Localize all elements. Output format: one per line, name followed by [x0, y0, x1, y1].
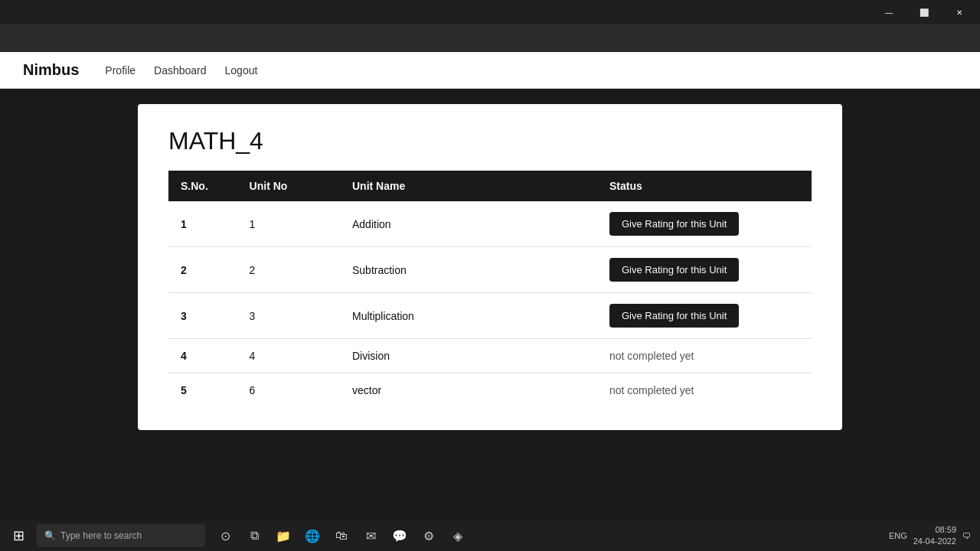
- table-row: 22SubtractionGive Rating for this Unit: [168, 247, 812, 293]
- taskbar-taskview[interactable]: ⧉: [242, 522, 266, 549]
- nav-dashboard[interactable]: Dashboard: [154, 64, 207, 77]
- cell-sno: 3: [168, 293, 237, 339]
- taskbar-time: 08:59: [935, 524, 956, 536]
- cell-unit-name: Subtraction: [340, 247, 597, 293]
- cell-status: Give Rating for this Unit: [597, 293, 812, 339]
- units-table: S.No. Unit No Unit Name Status 11Additio…: [168, 171, 812, 407]
- status-not-completed: not completed yet: [609, 350, 694, 362]
- start-button[interactable]: ⊞: [3, 522, 34, 549]
- cell-status: not completed yet: [597, 373, 812, 408]
- page-title: MATH_4: [168, 127, 812, 155]
- taskbar-files[interactable]: 📁: [271, 522, 296, 549]
- brand-logo: Nimbus: [23, 61, 79, 79]
- taskbar-settings[interactable]: ⚙: [416, 522, 441, 549]
- navbar: Nimbus Profile Dashboard Logout: [0, 52, 980, 89]
- table-header: S.No. Unit No Unit Name Status: [168, 171, 812, 201]
- cell-unit-name: vector: [340, 373, 597, 408]
- taskbar: ⊞ 🔍 Type here to search ⊙ ⧉ 📁 🌐 🛍 ✉ 💬 ⚙ …: [0, 520, 980, 551]
- content-wrapper: MATH_4 S.No. Unit No Unit Name Status 11…: [0, 89, 980, 520]
- maximize-button[interactable]: ⬜: [906, 0, 942, 24]
- table-row: 11AdditionGive Rating for this Unit: [168, 201, 812, 247]
- taskbar-right: ENG 08:59 24-04-2022 🗨: [889, 524, 977, 548]
- give-rating-button[interactable]: Give Rating for this Unit: [609, 258, 739, 282]
- search-placeholder: Type here to search: [60, 530, 142, 541]
- taskbar-cortana[interactable]: ⊙: [213, 522, 237, 549]
- cell-unit-no: 3: [237, 293, 340, 339]
- taskbar-search[interactable]: 🔍 Type here to search: [37, 524, 205, 547]
- taskbar-language: ENG: [889, 531, 907, 540]
- nav-logout[interactable]: Logout: [225, 64, 258, 77]
- table-row: 33MultiplicationGive Rating for this Uni…: [168, 293, 812, 339]
- th-unit-no: Unit No: [237, 171, 340, 201]
- give-rating-button[interactable]: Give Rating for this Unit: [609, 304, 739, 328]
- header-row: S.No. Unit No Unit Name Status: [168, 171, 812, 201]
- cell-sno: 4: [168, 339, 237, 373]
- close-button[interactable]: ✕: [942, 0, 977, 24]
- taskbar-edge[interactable]: 🌐: [300, 522, 325, 549]
- th-sno: S.No.: [168, 171, 237, 201]
- cell-unit-name: Addition: [340, 201, 597, 247]
- th-unit-name: Unit Name: [340, 171, 597, 201]
- cell-unit-name: Multiplication: [340, 293, 597, 339]
- taskbar-date: 24-04-2022: [913, 536, 956, 547]
- cell-unit-no: 2: [237, 247, 340, 293]
- th-status: Status: [597, 171, 812, 201]
- cell-status: Give Rating for this Unit: [597, 201, 812, 247]
- cell-status: not completed yet: [597, 339, 812, 373]
- browser-chrome: [0, 24, 980, 52]
- cell-sno: 1: [168, 201, 237, 247]
- table-row: 44Divisionnot completed yet: [168, 339, 812, 373]
- cell-unit-no: 1: [237, 201, 340, 247]
- cell-unit-name: Division: [340, 339, 597, 373]
- taskbar-clock: 08:59 24-04-2022: [913, 524, 956, 548]
- app-area: Nimbus Profile Dashboard Logout MATH_4 S…: [0, 52, 980, 520]
- cell-sno: 5: [168, 373, 237, 408]
- taskbar-store[interactable]: 🛍: [329, 522, 354, 549]
- status-not-completed: not completed yet: [609, 384, 694, 396]
- notification-icon[interactable]: 🗨: [962, 531, 971, 540]
- minimize-button[interactable]: —: [871, 0, 906, 24]
- give-rating-button[interactable]: Give Rating for this Unit: [609, 212, 739, 236]
- taskbar-vscode[interactable]: ◈: [446, 522, 470, 549]
- main-card: MATH_4 S.No. Unit No Unit Name Status 11…: [138, 104, 842, 430]
- taskbar-teams[interactable]: 💬: [387, 522, 412, 549]
- table-body: 11AdditionGive Rating for this Unit22Sub…: [168, 201, 812, 407]
- cell-status: Give Rating for this Unit: [597, 247, 812, 293]
- taskbar-icons: ⊙ ⧉ 📁 🌐 🛍 ✉ 💬 ⚙ ◈: [213, 522, 470, 549]
- table-row: 56vectornot completed yet: [168, 373, 812, 408]
- cell-sno: 2: [168, 247, 237, 293]
- cell-unit-no: 4: [237, 339, 340, 373]
- taskbar-mail[interactable]: ✉: [358, 522, 383, 549]
- nav-profile[interactable]: Profile: [105, 64, 136, 77]
- window-chrome: — ⬜ ✕: [0, 0, 980, 24]
- cell-unit-no: 6: [237, 373, 340, 408]
- search-icon: 🔍: [44, 530, 56, 541]
